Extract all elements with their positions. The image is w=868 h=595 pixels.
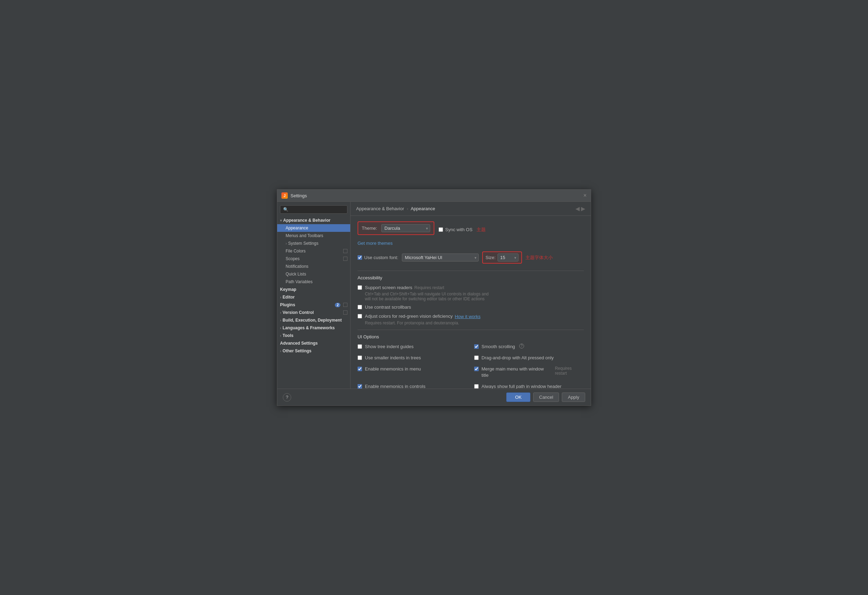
breadcrumb: Appearance & Behavior › Appearance — [356, 206, 435, 211]
page-icon — [343, 249, 347, 253]
plugins-badge: 2 — [335, 303, 340, 307]
smaller-indents-item: Use smaller indents in trees — [357, 355, 467, 361]
nav-arrows: ◀ ▶ — [576, 205, 585, 212]
sidebar-item-keymap[interactable]: Keymap — [277, 286, 350, 293]
mnemonics-controls-checkbox[interactable] — [357, 384, 362, 388]
screen-readers-item: Support screen readers Requires restart … — [357, 285, 584, 301]
sidebar-item-path-variables[interactable]: Path Variables — [277, 278, 350, 286]
breadcrumb-2: Appearance — [410, 206, 435, 211]
color-adjust-content: Adjust colors for red-green vision defic… — [365, 313, 480, 325]
main-header: Appearance & Behavior › Appearance ◀ ▶ — [351, 202, 591, 216]
ui-options-grid: Show tree indent guides Smooth scrolling… — [357, 344, 584, 388]
smaller-indents-checkbox[interactable] — [357, 356, 362, 360]
sidebar-label: System Settings — [288, 241, 319, 246]
sidebar-label: Build, Execution, Deployment — [282, 318, 341, 323]
sidebar-label: Scopes — [286, 256, 300, 261]
sidebar-item-plugins[interactable]: Plugins 2 — [277, 301, 350, 309]
sidebar-item-system-settings[interactable]: › System Settings — [277, 239, 350, 247]
back-button[interactable]: ◀ — [576, 205, 580, 212]
theme-annotation: 主题 — [477, 227, 486, 233]
size-row: Size: 121314 151618 — [482, 251, 523, 264]
font-checkbox-label: Use custom font: — [357, 255, 399, 260]
sidebar-label: Editor — [282, 295, 295, 300]
screen-readers-checkbox[interactable] — [357, 285, 362, 290]
sidebar-label: Keymap — [280, 287, 297, 292]
sidebar-item-appearance[interactable]: Appearance — [277, 224, 350, 232]
title-bar-left: J Settings — [281, 192, 307, 199]
bottom-bar: ? OK Cancel Apply — [277, 388, 591, 405]
merge-menu-item: Merge main menu with window title Requir… — [474, 366, 584, 378]
chevron-icon: ▾ — [280, 219, 282, 223]
merge-menu-label: Merge main menu with window title — [481, 366, 550, 378]
ok-button[interactable]: OK — [506, 393, 530, 402]
search-input[interactable] — [280, 205, 347, 214]
contrast-scrollbars-item: Use contrast scrollbars — [357, 304, 584, 310]
chevron-icon: › — [280, 319, 281, 322]
sync-os-row: Sync with OS — [438, 227, 472, 232]
app-icon: J — [281, 192, 288, 199]
sidebar-item-languages[interactable]: › Languages & Frameworks — [277, 324, 350, 332]
sync-os-checkbox[interactable] — [438, 227, 443, 232]
bottom-buttons: OK Cancel Apply — [506, 393, 585, 402]
cancel-button[interactable]: Cancel — [533, 393, 559, 402]
title-bar: J Settings × — [277, 190, 591, 202]
sidebar-item-menus-toolbars[interactable]: Menus and Toolbars — [277, 232, 350, 239]
mnemonics-menu-label: Enable mnemonics in menu — [365, 366, 421, 372]
smooth-scroll-checkbox[interactable] — [474, 344, 479, 349]
accessibility-title: Accessibility — [357, 275, 584, 281]
size-select[interactable]: 121314 151618 — [497, 254, 518, 261]
sidebar-label: Tools — [282, 333, 293, 338]
sidebar-label: Version Control — [282, 310, 313, 315]
page-icon — [343, 303, 347, 307]
smooth-scroll-item: Smooth scrolling ? — [474, 344, 584, 350]
how-it-works-link[interactable]: How it works — [455, 314, 480, 319]
settings-dialog: J Settings × ▾ Appearance & Behavior App… — [277, 189, 591, 406]
size-label: Size: — [486, 255, 496, 260]
merge-menu-note: Requires restart — [555, 366, 584, 376]
theme-select[interactable]: Darcula IntelliJ Light High Contrast — [381, 224, 430, 232]
sidebar-item-notifications[interactable]: Notifications — [277, 263, 350, 270]
custom-font-checkbox[interactable] — [357, 255, 362, 260]
screen-readers-label: Support screen readers — [365, 285, 412, 291]
font-select[interactable]: Microsoft YaHei UI Arial Segoe UI — [402, 254, 479, 261]
sidebar-item-file-colors[interactable]: File Colors — [277, 247, 350, 255]
sidebar-item-scopes[interactable]: Scopes — [277, 255, 350, 263]
dialog-body: ▾ Appearance & Behavior Appearance Menus… — [277, 202, 591, 388]
sidebar-item-build-exec[interactable]: › Build, Execution, Deployment — [277, 316, 350, 324]
sidebar-item-editor[interactable]: › Editor — [277, 293, 350, 301]
apply-button[interactable]: Apply — [562, 393, 585, 402]
mnemonics-controls-label: Enable mnemonics in controls — [365, 383, 425, 388]
sidebar-label: Plugins — [280, 303, 295, 307]
sidebar-label: Menus and Toolbars — [286, 233, 323, 238]
sidebar-item-quick-lists[interactable]: Quick Lists — [277, 270, 350, 278]
ui-options-title: UI Options — [357, 334, 584, 340]
help-button[interactable]: ? — [283, 393, 291, 402]
size-select-wrapper: 121314 151618 — [497, 254, 518, 261]
full-path-label: Always show full path in window header — [481, 383, 561, 388]
sidebar-item-tools[interactable]: › Tools — [277, 332, 350, 340]
theme-label: Theme: — [362, 226, 377, 231]
forward-button[interactable]: ▶ — [581, 205, 585, 212]
merge-menu-checkbox[interactable] — [474, 367, 479, 371]
get-more-themes-link[interactable]: Get more themes — [357, 241, 584, 246]
sidebar-label: Other Settings — [282, 348, 311, 353]
mnemonics-menu-checkbox[interactable] — [357, 367, 362, 371]
mnemonics-controls-item: Enable mnemonics in controls — [357, 383, 467, 388]
theme-row: Theme: Darcula IntelliJ Light High Contr… — [357, 221, 434, 235]
full-path-checkbox[interactable] — [474, 384, 479, 388]
show-tree-label: Show tree indent guides — [365, 344, 413, 350]
sidebar-item-appearance-behavior[interactable]: ▾ Appearance & Behavior — [277, 217, 350, 224]
chevron-icon: › — [280, 334, 281, 338]
sidebar-item-version-control[interactable]: › Version Control — [277, 309, 350, 316]
show-tree-checkbox[interactable] — [357, 344, 362, 349]
drag-drop-checkbox[interactable] — [474, 356, 479, 360]
color-adjust-note: Requires restart. For protanopia and deu… — [365, 320, 480, 325]
contrast-scrollbars-checkbox[interactable] — [357, 305, 362, 309]
sidebar-item-advanced-settings[interactable]: Advanced Settings — [277, 340, 350, 347]
smooth-scroll-help-icon[interactable]: ? — [519, 344, 524, 348]
sidebar-item-other-settings[interactable]: › Other Settings — [277, 347, 350, 355]
close-button[interactable]: × — [583, 193, 587, 198]
chevron-icon: › — [280, 295, 281, 299]
color-adjust-checkbox[interactable] — [357, 314, 362, 319]
theme-select-wrapper: Darcula IntelliJ Light High Contrast — [381, 224, 430, 232]
